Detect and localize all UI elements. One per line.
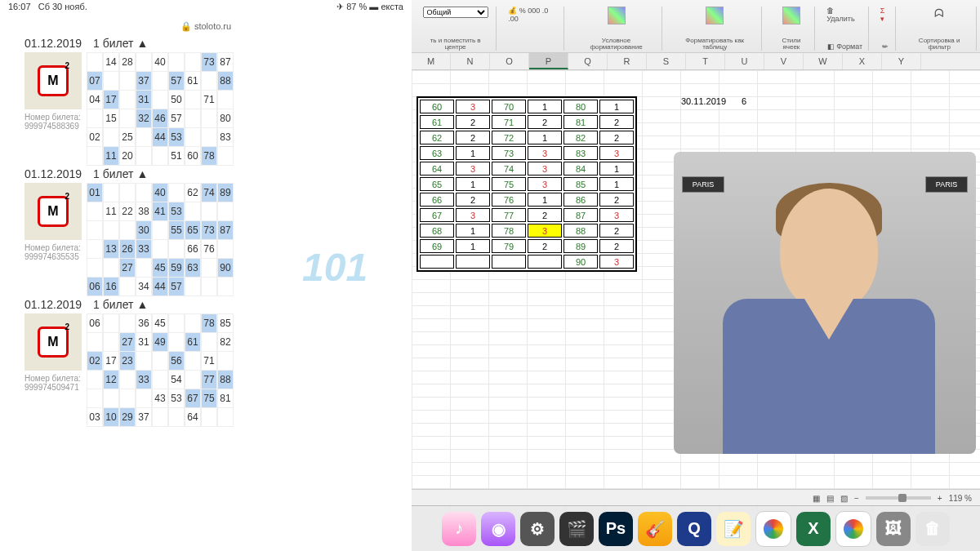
data-cell[interactable]: 89	[564, 239, 598, 253]
data-cell[interactable]: 81	[564, 115, 598, 129]
data-cell[interactable]: 3	[599, 208, 634, 222]
data-cell[interactable]	[492, 255, 526, 269]
dock-app-icon[interactable]: Ps	[599, 512, 633, 546]
excel-ribbon[interactable]: Общийть и поместить в центре 💰 % 000 .0 …	[412, 0, 980, 53]
zoom-in[interactable]: +	[938, 494, 942, 503]
data-cell[interactable]: 1	[599, 100, 634, 113]
number-format-dropdown[interactable]: Общий	[423, 7, 488, 18]
data-cell[interactable]: 77	[492, 208, 526, 222]
data-cell[interactable]: 64	[420, 162, 454, 176]
data-cell[interactable]: 61	[420, 115, 454, 129]
dock-app-icon[interactable]: ◉	[481, 512, 515, 546]
col-header-X[interactable]: X	[843, 53, 882, 69]
data-cell[interactable]: 3	[528, 224, 562, 238]
data-cell[interactable]: 3	[456, 100, 490, 113]
data-cell[interactable]: 76	[492, 193, 526, 207]
col-header-P[interactable]: P	[529, 53, 568, 69]
data-cell[interactable]: 83	[564, 146, 598, 160]
zoom-level[interactable]: 119 %	[949, 494, 972, 503]
data-cell[interactable]: 63	[420, 146, 454, 160]
data-cell[interactable]: 1	[528, 131, 562, 144]
zoom-slider[interactable]	[866, 496, 931, 500]
data-cell[interactable]: 3	[528, 162, 562, 176]
data-cell[interactable]: 3	[599, 146, 634, 160]
data-cell[interactable]: 87	[564, 208, 598, 222]
dock-app-icon[interactable]: ⚙	[520, 512, 555, 546]
col-header-N[interactable]: N	[451, 53, 490, 69]
view-break-icon[interactable]: ▧	[840, 494, 848, 503]
dock-app-icon[interactable]: 📝	[716, 512, 751, 546]
view-normal-icon[interactable]: ▦	[813, 494, 820, 503]
data-cell[interactable]: 1	[456, 239, 490, 253]
format-table-icon[interactable]	[706, 7, 724, 24]
data-cell[interactable]: 2	[456, 131, 490, 144]
dock-app-icon[interactable]: 🎸	[638, 512, 672, 546]
data-cell[interactable]: 85	[564, 177, 598, 191]
sort-filter-icon[interactable]: ᗣ	[934, 7, 944, 20]
data-cell[interactable]: 2	[599, 224, 634, 238]
data-cell[interactable]: 3	[528, 177, 562, 191]
dock-app-icon[interactable]	[755, 511, 791, 547]
col-header-M[interactable]: M	[412, 53, 451, 69]
data-cell[interactable]: 84	[564, 162, 598, 176]
data-cell[interactable]: 2	[599, 239, 634, 253]
delete-button[interactable]: 🗑 Удалить	[826, 7, 862, 23]
col-header-Y[interactable]: Y	[882, 53, 921, 69]
col-header-Q[interactable]: Q	[568, 53, 608, 69]
data-cell[interactable]: 1	[456, 177, 490, 191]
col-header-S[interactable]: S	[647, 53, 686, 69]
conditional-format-icon[interactable]	[608, 7, 626, 24]
view-layout-icon[interactable]: ▤	[826, 494, 834, 503]
data-cell[interactable]: 86	[564, 193, 598, 207]
dock-app-icon[interactable]: X	[796, 512, 831, 546]
data-cell[interactable]: 90	[564, 255, 598, 269]
dock-app-icon[interactable]: Q	[677, 512, 711, 546]
data-cell[interactable]: 82	[564, 131, 598, 144]
data-cell[interactable]: 1	[599, 162, 634, 176]
data-cell[interactable]: 68	[420, 224, 454, 238]
dock-app-icon[interactable]: 🎬	[559, 512, 594, 546]
data-cell[interactable]: 2	[528, 208, 562, 222]
data-cell[interactable]: 71	[492, 115, 526, 129]
data-cell[interactable]: 2	[528, 239, 562, 253]
ticket-count[interactable]: 1 билет ▲	[93, 37, 148, 50]
ticket-count[interactable]: 1 билет ▲	[93, 298, 148, 311]
format-button[interactable]: ◧ Формат	[827, 42, 863, 51]
data-cell[interactable]: 2	[456, 115, 490, 129]
data-cell[interactable]: 1	[528, 193, 562, 207]
data-cell[interactable]: 78	[492, 224, 526, 238]
data-cell[interactable]: 65	[420, 177, 454, 191]
data-cell[interactable]: 79	[492, 239, 526, 253]
cell-date[interactable]: 30.11.2019	[681, 96, 726, 106]
data-cell[interactable]	[420, 255, 454, 269]
data-cell[interactable]: 1	[528, 100, 562, 113]
data-cell[interactable]	[528, 255, 562, 269]
col-header-W[interactable]: W	[804, 53, 843, 69]
dock-app-icon[interactable]: 🗑	[915, 512, 950, 546]
data-cell[interactable]: 2	[528, 115, 562, 129]
dock-app-icon[interactable]: ♪	[442, 512, 476, 546]
data-cell[interactable]: 3	[456, 162, 490, 176]
data-cell[interactable]: 2	[599, 131, 634, 144]
dock-app-icon[interactable]	[835, 511, 871, 547]
data-cell[interactable]: 3	[456, 208, 490, 222]
col-header-R[interactable]: R	[608, 53, 647, 69]
data-cell[interactable]: 3	[528, 146, 562, 160]
data-cell[interactable]: 2	[456, 193, 490, 207]
data-cell[interactable]: 74	[492, 162, 526, 176]
col-header-T[interactable]: T	[686, 53, 725, 69]
data-table[interactable]: 6037018016127128126227218226317338336437…	[416, 96, 637, 272]
dock-app-icon[interactable]: 🖼	[876, 512, 911, 546]
data-cell[interactable]: 75	[492, 177, 526, 191]
data-cell[interactable]: 80	[564, 100, 598, 113]
data-cell[interactable]: 67	[420, 208, 454, 222]
data-cell[interactable]: 73	[492, 146, 526, 160]
data-cell[interactable]: 62	[420, 131, 454, 144]
col-header-V[interactable]: V	[764, 53, 804, 69]
data-cell[interactable]: 2	[599, 193, 634, 207]
data-cell[interactable]: 69	[420, 239, 454, 253]
cell-styles-icon[interactable]	[782, 7, 800, 24]
column-headers[interactable]: MNOPQRSTUVWXY	[412, 53, 980, 70]
data-cell[interactable]: 70	[492, 100, 526, 113]
ticket-count[interactable]: 1 билет ▲	[93, 167, 148, 180]
